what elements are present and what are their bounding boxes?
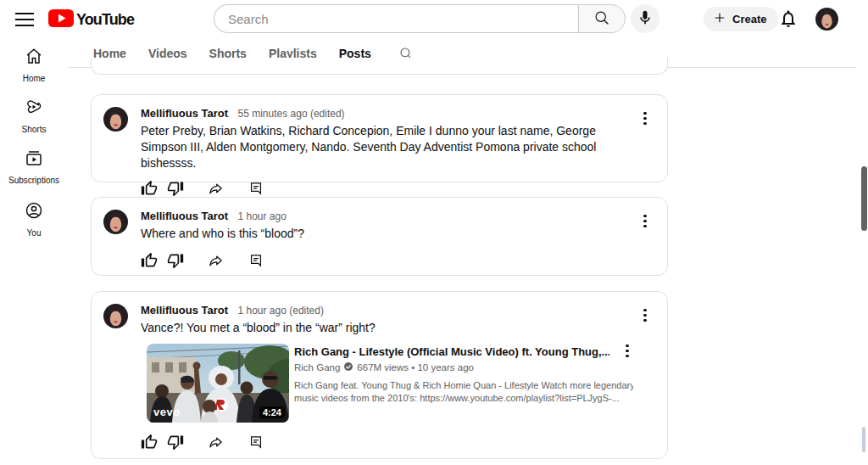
- menu-icon[interactable]: [15, 13, 34, 26]
- youtube-logo[interactable]: YouTube: [48, 9, 134, 31]
- mic-button[interactable]: [631, 4, 659, 33]
- post-author-avatar[interactable]: [103, 304, 128, 328]
- post-timestamp: 1 hour ago (edited): [238, 305, 324, 317]
- account-avatar[interactable]: [815, 8, 838, 31]
- dislike-icon[interactable]: [167, 180, 184, 197]
- post-author-avatar[interactable]: [103, 107, 128, 132]
- sidebar-item-label: Home: [23, 74, 46, 83]
- share-icon[interactable]: [207, 180, 225, 197]
- masthead: YouTube Create: [0, 0, 868, 39]
- home-icon: [24, 46, 44, 70]
- dislike-icon[interactable]: [167, 434, 184, 451]
- plus-icon: [712, 10, 727, 28]
- video-menu-icon[interactable]: [620, 344, 635, 359]
- post-card: Mellifluous Tarot 1 hour ago (edited) Va…: [91, 291, 668, 459]
- video-duration-badge: 4:24: [259, 406, 285, 418]
- shorts-icon: [24, 97, 44, 120]
- post-author-avatar[interactable]: [103, 210, 128, 234]
- video-thumbnail[interactable]: vevo 4:24: [147, 344, 289, 423]
- post-timestamp: 55 minutes ago (edited): [238, 108, 345, 120]
- post-card: Mellifluous Tarot 1 hour ago Where and w…: [91, 197, 668, 276]
- secondary-scrollbar-thumb[interactable]: [862, 427, 865, 452]
- post-author[interactable]: Mellifluous Tarot: [141, 304, 228, 317]
- post-text: Where and who is this “blood”?: [141, 226, 608, 242]
- search-icon: [593, 9, 610, 29]
- sidebar-item-home[interactable]: Home: [0, 46, 68, 83]
- like-icon[interactable]: [141, 252, 158, 269]
- sidebar-item-label: Shorts: [22, 125, 47, 134]
- comment-icon[interactable]: [248, 180, 264, 197]
- post-card-partial: [91, 58, 668, 75]
- sidebar-item-shorts[interactable]: Shorts: [0, 97, 68, 134]
- subscriptions-icon: [24, 148, 44, 171]
- post-menu-icon[interactable]: [637, 308, 653, 323]
- like-icon[interactable]: [141, 434, 158, 451]
- dislike-icon[interactable]: [167, 252, 184, 269]
- post-card: Mellifluous Tarot 55 minutes ago (edited…: [91, 94, 668, 182]
- post-menu-icon[interactable]: [637, 214, 653, 229]
- comment-icon[interactable]: [248, 434, 264, 451]
- video-title[interactable]: Rich Gang - Lifestyle (Official Music Vi…: [294, 345, 609, 359]
- share-icon[interactable]: [207, 252, 225, 269]
- post-text: Vance?! You met a “blood” in the “war” r…: [141, 320, 608, 336]
- video-description: Rich Gang feat. Young Thug & Rich Homie …: [294, 379, 633, 405]
- search-button[interactable]: [578, 4, 626, 33]
- scrollbar-thumb[interactable]: [861, 166, 867, 231]
- create-button-label: Create: [732, 13, 766, 25]
- create-button[interactable]: Create: [704, 7, 778, 31]
- you-icon: [24, 200, 44, 224]
- post-timestamp: 1 hour ago: [238, 210, 287, 222]
- sidebar-item-label: You: [27, 228, 42, 238]
- youtube-play-icon: [48, 9, 74, 31]
- like-icon[interactable]: [141, 180, 158, 197]
- sidebar: Home Shorts Subscriptions You: [0, 39, 68, 465]
- video-attachment: vevo 4:24 Rich Gang - Lifestyle (Officia…: [147, 344, 635, 423]
- mic-icon: [637, 9, 654, 29]
- post-author[interactable]: Mellifluous Tarot: [141, 107, 228, 120]
- post-menu-icon[interactable]: [637, 111, 653, 126]
- sidebar-item-you[interactable]: You: [0, 200, 68, 238]
- comment-icon[interactable]: [248, 252, 264, 269]
- sidebar-item-label: Subscriptions: [8, 176, 59, 185]
- vevo-watermark: vevo: [153, 406, 181, 418]
- video-meta: 667M views • 10 years ago: [357, 362, 474, 373]
- youtube-logo-text: YouTube: [76, 11, 134, 29]
- share-icon[interactable]: [207, 434, 225, 451]
- post-text: Peter Preby, Brian Watkins, Richard Conc…: [141, 123, 608, 171]
- sidebar-item-subscriptions[interactable]: Subscriptions: [0, 148, 68, 185]
- video-channel[interactable]: Rich Gang: [294, 362, 340, 373]
- search-input[interactable]: [214, 4, 578, 33]
- notifications-bell-icon[interactable]: [777, 8, 799, 31]
- verified-badge-icon: [343, 361, 353, 373]
- post-author[interactable]: Mellifluous Tarot: [141, 210, 228, 222]
